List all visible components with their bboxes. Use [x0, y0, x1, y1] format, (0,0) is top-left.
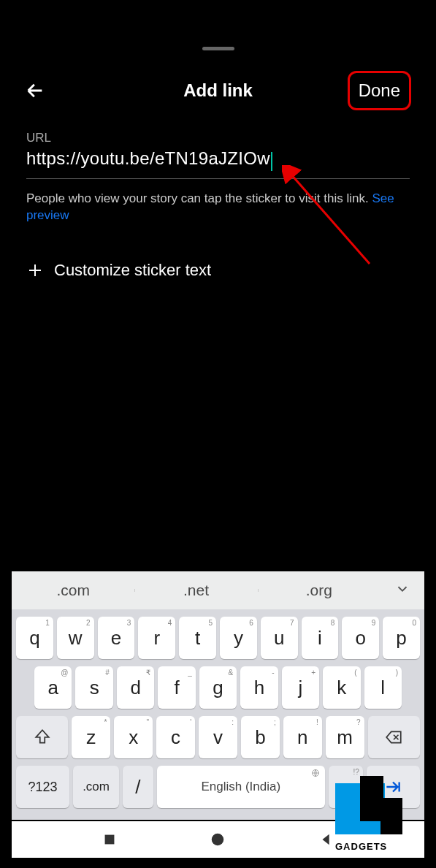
key-q[interactable]: q1: [16, 617, 53, 659]
key-k[interactable]: k(: [323, 666, 360, 709]
suggestion-bar: .com .net .org: [12, 571, 424, 609]
plus-icon: [26, 262, 44, 279]
key-o[interactable]: o9: [342, 617, 379, 659]
key-g[interactable]: g&: [199, 666, 237, 709]
key-v[interactable]: v:: [199, 716, 237, 758]
key-w[interactable]: w2: [57, 617, 94, 659]
period-key[interactable]: .!?: [329, 766, 363, 808]
key-l[interactable]: l): [364, 666, 402, 709]
svg-rect-2: [105, 835, 115, 845]
customize-label: Customize sticker text: [54, 261, 211, 280]
backspace-key[interactable]: [368, 716, 420, 758]
key-p[interactable]: p0: [383, 617, 420, 659]
header: Add link Done: [12, 50, 424, 123]
key-i[interactable]: i8: [302, 617, 339, 659]
shift-key[interactable]: [16, 716, 68, 758]
customize-sticker-button[interactable]: Customize sticker text: [26, 261, 410, 280]
key-r[interactable]: r4: [138, 617, 175, 659]
key-s[interactable]: s#: [75, 666, 112, 709]
svg-point-4: [215, 837, 221, 842]
key-u[interactable]: u7: [261, 617, 298, 659]
key-m[interactable]: m?: [326, 716, 364, 758]
spacebar-key[interactable]: English (India): [157, 766, 325, 808]
key-d[interactable]: d₹: [117, 666, 154, 709]
suggestion-item[interactable]: .com: [12, 582, 134, 599]
suggestion-item[interactable]: .net: [134, 582, 257, 599]
key-j[interactable]: j+: [282, 666, 319, 709]
suggestion-item[interactable]: .org: [258, 582, 380, 599]
url-label: URL: [26, 131, 410, 145]
key-h[interactable]: h-: [240, 666, 278, 709]
keyboard: .com .net .org q1 w2 e3 r4 t5 y6 u7 i8 o…: [12, 571, 424, 820]
key-f[interactable]: f_: [158, 666, 195, 709]
home-icon[interactable]: [210, 831, 226, 848]
page-title: Add link: [183, 80, 253, 101]
key-t[interactable]: t5: [179, 617, 216, 659]
dotcom-key[interactable]: .com: [73, 766, 119, 808]
symbols-key[interactable]: ?123: [16, 766, 69, 808]
collapse-keyboard-icon[interactable]: [380, 581, 424, 600]
back-icon[interactable]: [318, 831, 334, 848]
key-y[interactable]: y6: [220, 617, 257, 659]
slash-key[interactable]: /: [123, 766, 153, 808]
key-row-3: z* x" c' v: b; n! m?: [16, 716, 420, 758]
key-row-2: a@ s# d₹ f_ g& h- j+ k( l): [16, 666, 420, 709]
back-arrow-icon[interactable]: [25, 80, 45, 101]
recents-icon[interactable]: [102, 831, 118, 848]
key-c[interactable]: c': [156, 716, 195, 758]
text-cursor: [271, 152, 272, 171]
key-a[interactable]: a@: [34, 666, 72, 709]
key-n[interactable]: n!: [283, 716, 322, 758]
key-row-4: ?123 .com / English (India) .!?: [16, 766, 420, 808]
helper-text: People who view your story can tap the s…: [26, 191, 410, 224]
key-e[interactable]: e3: [98, 617, 135, 659]
key-row-1: q1 w2 e3 r4 t5 y6 u7 i8 o9 p0: [16, 617, 420, 659]
done-button[interactable]: Done: [348, 71, 411, 110]
navigation-bar: [12, 821, 424, 858]
url-value: https://youtu.be/eTN19aJZIOw: [26, 148, 270, 168]
enter-key[interactable]: [367, 766, 420, 808]
key-b[interactable]: b;: [241, 716, 280, 758]
url-input[interactable]: https://youtu.be/eTN19aJZIOw: [26, 148, 410, 179]
globe-icon: [311, 769, 320, 777]
key-z[interactable]: z*: [72, 716, 110, 758]
key-x[interactable]: x": [114, 716, 153, 758]
